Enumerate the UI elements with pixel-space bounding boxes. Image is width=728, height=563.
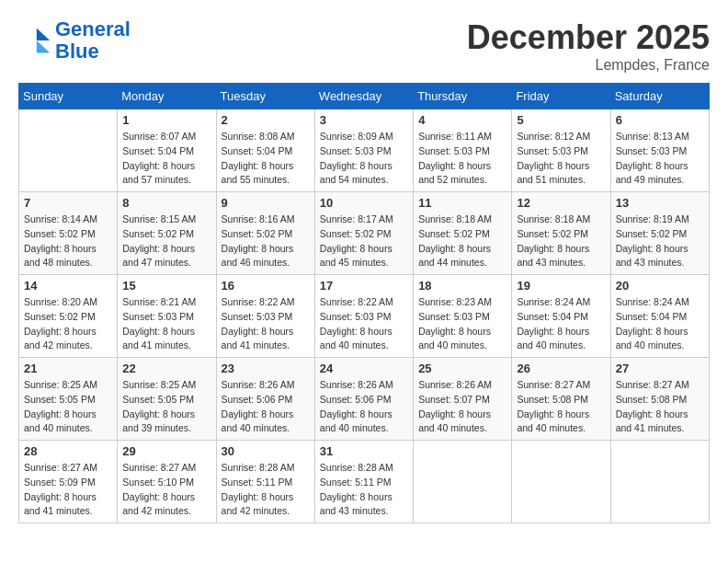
- calendar-week-5: 28Sunrise: 8:27 AMSunset: 5:09 PMDayligh…: [19, 441, 710, 523]
- weekday-header-row: SundayMondayTuesdayWednesdayThursdayFrid…: [19, 84, 710, 109]
- weekday-header-friday: Friday: [512, 84, 610, 109]
- calendar-cell: [610, 441, 709, 523]
- calendar-cell: 3Sunrise: 8:09 AMSunset: 5:03 PMDaylight…: [314, 109, 413, 192]
- calendar-cell: 26Sunrise: 8:27 AMSunset: 5:08 PMDayligh…: [512, 358, 610, 441]
- day-info: Sunrise: 8:26 AMSunset: 5:06 PMDaylight:…: [320, 378, 408, 436]
- logo-line2: Blue: [55, 40, 99, 63]
- calendar-cell: 13Sunrise: 8:19 AMSunset: 5:02 PMDayligh…: [610, 192, 709, 275]
- svg-marker-1: [37, 40, 50, 53]
- svg-marker-0: [37, 29, 50, 41]
- weekday-header-tuesday: Tuesday: [216, 84, 314, 109]
- weekday-header-saturday: Saturday: [610, 84, 709, 109]
- day-info: Sunrise: 8:28 AMSunset: 5:11 PMDaylight:…: [222, 461, 310, 519]
- day-info: Sunrise: 8:11 AMSunset: 5:03 PMDaylight:…: [418, 130, 506, 188]
- day-info: Sunrise: 8:23 AMSunset: 5:03 PMDaylight:…: [418, 295, 506, 353]
- day-info: Sunrise: 8:24 AMSunset: 5:04 PMDaylight:…: [517, 295, 605, 353]
- location: Lempdes, France: [467, 57, 710, 74]
- calendar-cell: 31Sunrise: 8:28 AMSunset: 5:11 PMDayligh…: [314, 441, 413, 523]
- day-number: 31: [320, 444, 408, 458]
- calendar-cell: 8Sunrise: 8:15 AMSunset: 5:02 PMDaylight…: [118, 192, 216, 275]
- calendar-cell: [414, 441, 512, 523]
- day-number: 10: [320, 196, 408, 210]
- day-info: Sunrise: 8:18 AMSunset: 5:02 PMDaylight:…: [517, 213, 605, 270]
- day-number: 29: [122, 444, 210, 458]
- day-info: Sunrise: 8:16 AMSunset: 5:02 PMDaylight:…: [222, 213, 310, 270]
- day-number: 22: [122, 362, 210, 375]
- day-info: Sunrise: 8:18 AMSunset: 5:02 PMDaylight:…: [418, 213, 506, 270]
- day-info: Sunrise: 8:27 AMSunset: 5:08 PMDaylight:…: [517, 378, 605, 436]
- day-info: Sunrise: 8:08 AMSunset: 5:04 PMDaylight:…: [222, 130, 310, 188]
- calendar-table: SundayMondayTuesdayWednesdayThursdayFrid…: [18, 83, 710, 523]
- day-number: 13: [616, 196, 704, 210]
- calendar-cell: 5Sunrise: 8:12 AMSunset: 5:03 PMDaylight…: [512, 109, 610, 192]
- calendar-cell: 27Sunrise: 8:27 AMSunset: 5:08 PMDayligh…: [610, 358, 709, 441]
- day-number: 30: [222, 444, 310, 458]
- day-number: 24: [320, 362, 408, 375]
- calendar-cell: 23Sunrise: 8:26 AMSunset: 5:06 PMDayligh…: [216, 358, 314, 441]
- day-number: 14: [24, 279, 112, 293]
- calendar-cell: 28Sunrise: 8:27 AMSunset: 5:09 PMDayligh…: [19, 441, 118, 523]
- day-number: 15: [122, 279, 210, 293]
- day-number: 19: [517, 279, 605, 293]
- logo-text: General Blue: [55, 18, 131, 63]
- day-number: 1: [122, 113, 210, 127]
- calendar-cell: 4Sunrise: 8:11 AMSunset: 5:03 PMDaylight…: [414, 109, 512, 192]
- calendar-cell: 18Sunrise: 8:23 AMSunset: 5:03 PMDayligh…: [414, 275, 512, 358]
- calendar-cell: 21Sunrise: 8:25 AMSunset: 5:05 PMDayligh…: [19, 358, 118, 441]
- day-number: 16: [222, 279, 310, 293]
- day-number: 28: [24, 444, 112, 458]
- title-area: December 2025 Lempdes, France: [467, 18, 710, 74]
- calendar-cell: 24Sunrise: 8:26 AMSunset: 5:06 PMDayligh…: [314, 358, 413, 441]
- day-number: 21: [24, 362, 112, 375]
- calendar-cell: 20Sunrise: 8:24 AMSunset: 5:04 PMDayligh…: [610, 275, 709, 358]
- calendar-cell: 6Sunrise: 8:13 AMSunset: 5:03 PMDaylight…: [610, 109, 709, 192]
- logo: General Blue: [18, 18, 131, 63]
- weekday-header-sunday: Sunday: [19, 84, 118, 109]
- day-info: Sunrise: 8:14 AMSunset: 5:02 PMDaylight:…: [24, 213, 112, 270]
- day-info: Sunrise: 8:13 AMSunset: 5:03 PMDaylight:…: [616, 130, 704, 188]
- month-title: December 2025: [467, 18, 710, 57]
- day-number: 5: [517, 113, 605, 127]
- weekday-header-thursday: Thursday: [414, 84, 512, 109]
- day-number: 25: [418, 362, 506, 375]
- calendar-cell: 14Sunrise: 8:20 AMSunset: 5:02 PMDayligh…: [19, 275, 118, 358]
- logo-line1: General: [55, 17, 131, 40]
- day-number: 23: [222, 362, 310, 375]
- calendar-cell: 2Sunrise: 8:08 AMSunset: 5:04 PMDaylight…: [216, 109, 314, 192]
- weekday-header-monday: Monday: [118, 84, 216, 109]
- day-info: Sunrise: 8:26 AMSunset: 5:06 PMDaylight:…: [222, 378, 310, 436]
- day-number: 2: [222, 113, 310, 127]
- day-number: 11: [418, 196, 506, 210]
- calendar-cell: 7Sunrise: 8:14 AMSunset: 5:02 PMDaylight…: [19, 192, 118, 275]
- calendar-cell: 29Sunrise: 8:27 AMSunset: 5:10 PMDayligh…: [118, 441, 216, 523]
- calendar-cell: [512, 441, 610, 523]
- day-info: Sunrise: 8:25 AMSunset: 5:05 PMDaylight:…: [122, 378, 210, 436]
- day-info: Sunrise: 8:20 AMSunset: 5:02 PMDaylight:…: [24, 295, 112, 353]
- day-number: 18: [418, 279, 506, 293]
- day-number: 17: [320, 279, 408, 293]
- day-number: 9: [222, 196, 310, 210]
- day-info: Sunrise: 8:24 AMSunset: 5:04 PMDaylight:…: [616, 295, 704, 353]
- day-info: Sunrise: 8:27 AMSunset: 5:10 PMDaylight:…: [122, 461, 210, 519]
- day-info: Sunrise: 8:19 AMSunset: 5:02 PMDaylight:…: [616, 213, 704, 270]
- day-number: 26: [517, 362, 605, 375]
- day-info: Sunrise: 8:25 AMSunset: 5:05 PMDaylight:…: [24, 378, 112, 436]
- day-info: Sunrise: 8:22 AMSunset: 5:03 PMDaylight:…: [320, 295, 408, 353]
- day-number: 8: [122, 196, 210, 210]
- day-number: 27: [616, 362, 704, 375]
- calendar-cell: 11Sunrise: 8:18 AMSunset: 5:02 PMDayligh…: [414, 192, 512, 275]
- day-info: Sunrise: 8:07 AMSunset: 5:04 PMDaylight:…: [122, 130, 210, 188]
- calendar-cell: 25Sunrise: 8:26 AMSunset: 5:07 PMDayligh…: [414, 358, 512, 441]
- logo-icon: [18, 24, 51, 57]
- calendar-cell: 12Sunrise: 8:18 AMSunset: 5:02 PMDayligh…: [512, 192, 610, 275]
- calendar-cell: 1Sunrise: 8:07 AMSunset: 5:04 PMDaylight…: [118, 109, 216, 192]
- calendar-cell: 10Sunrise: 8:17 AMSunset: 5:02 PMDayligh…: [314, 192, 413, 275]
- day-number: 3: [320, 113, 408, 127]
- day-info: Sunrise: 8:28 AMSunset: 5:11 PMDaylight:…: [320, 461, 408, 519]
- calendar-cell: 9Sunrise: 8:16 AMSunset: 5:02 PMDaylight…: [216, 192, 314, 275]
- calendar-week-1: 1Sunrise: 8:07 AMSunset: 5:04 PMDaylight…: [19, 109, 710, 192]
- day-info: Sunrise: 8:12 AMSunset: 5:03 PMDaylight:…: [517, 130, 605, 188]
- day-info: Sunrise: 8:27 AMSunset: 5:09 PMDaylight:…: [24, 461, 112, 519]
- day-info: Sunrise: 8:22 AMSunset: 5:03 PMDaylight:…: [222, 295, 310, 353]
- day-number: 6: [616, 113, 704, 127]
